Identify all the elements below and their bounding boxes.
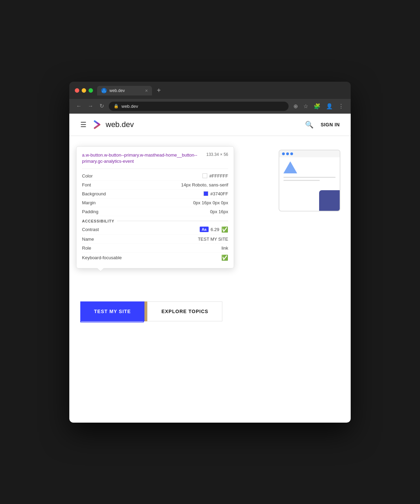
site-header: ☰ web.dev bbox=[69, 114, 351, 136]
name-label: Name bbox=[82, 237, 94, 242]
browser-mockup-illustration bbox=[279, 150, 340, 211]
maximize-button[interactable] bbox=[89, 88, 93, 93]
nav-icons: ⊕ ☆ 🧩 👤 ⋮ bbox=[292, 102, 345, 110]
margin-row: Margin 0px 16px 0px 0px bbox=[82, 198, 228, 207]
tab-close-icon[interactable]: × bbox=[145, 88, 148, 93]
logo-text: web.dev bbox=[106, 120, 134, 129]
color-row: Color #FFFFFF bbox=[82, 172, 228, 181]
browser-titlebar: web.dev × + bbox=[69, 82, 351, 99]
tooltip-properties: Color #FFFFFF Font 14px Roboto, sans-ser… bbox=[82, 169, 228, 263]
mockup-triangle-shape bbox=[283, 161, 297, 173]
mockup-dot-3 bbox=[290, 152, 293, 155]
contrast-aa-label: Aa bbox=[202, 227, 207, 231]
star-icon[interactable]: ☆ bbox=[302, 102, 310, 110]
sign-in-button[interactable]: SIGN IN bbox=[320, 122, 340, 127]
keyboard-label: Keyboard-focusable bbox=[82, 255, 122, 260]
mockup-body bbox=[279, 157, 340, 185]
contrast-number: 6.29 bbox=[211, 227, 219, 232]
tab-favicon-icon bbox=[101, 88, 107, 93]
browser-tab[interactable]: web.dev × bbox=[97, 86, 152, 95]
font-value: 14px Roboto, sans-serif bbox=[181, 182, 228, 187]
logo-chevron-icon bbox=[92, 119, 103, 130]
contrast-check-icon: ✅ bbox=[221, 226, 228, 233]
color-swatch-white bbox=[202, 173, 207, 178]
search-icon[interactable]: 🔍 bbox=[305, 121, 314, 129]
keyboard-check-icon: ✅ bbox=[221, 254, 228, 261]
browser-navbar: ← → ↻ 🔒 web.dev ⊕ ☆ 🧩 👤 ⋮ bbox=[69, 99, 351, 114]
keyboard-row: Keyboard-focusable ✅ bbox=[82, 253, 228, 263]
mockup-dot-1 bbox=[282, 152, 285, 155]
tab-title: web.dev bbox=[109, 88, 142, 93]
margin-value: 0px 16px 0px 0px bbox=[193, 200, 228, 205]
site-logo[interactable]: web.dev bbox=[92, 119, 134, 130]
color-hex: #FFFFFF bbox=[209, 173, 228, 179]
browser-window: web.dev × + ← → ↻ 🔒 web.dev ⊕ ☆ 🧩 👤 ⋮ ☰ bbox=[69, 82, 351, 423]
hero-section: re of your own nd analysis bbox=[69, 136, 351, 342]
traffic-lights bbox=[75, 88, 93, 93]
mockup-line-2 bbox=[283, 180, 320, 181]
role-value: link bbox=[221, 245, 228, 251]
mockup-lines bbox=[283, 177, 336, 181]
color-label: Color bbox=[82, 173, 93, 179]
element-dimensions: 133.34 × 56 bbox=[206, 152, 228, 157]
puzzle-icon[interactable]: 🧩 bbox=[312, 102, 322, 110]
contrast-row: Contrast Aa 6.29 ✅ bbox=[82, 225, 228, 235]
contrast-label: Contrast bbox=[82, 227, 99, 232]
header-left: ☰ web.dev bbox=[80, 119, 134, 130]
padding-value: 0px 16px bbox=[210, 209, 228, 214]
accessibility-section-label: ACCESSIBILITY bbox=[82, 216, 228, 225]
new-tab-button[interactable]: + bbox=[155, 87, 163, 94]
explore-topics-button[interactable]: EXPLORE TOPICS bbox=[147, 301, 222, 321]
back-button[interactable]: ← bbox=[75, 103, 83, 110]
test-my-site-button[interactable]: TEST MY SITE bbox=[80, 301, 144, 321]
background-row: Background #3740FF bbox=[82, 190, 228, 198]
mockup-dot-2 bbox=[286, 152, 289, 155]
tooltip-arrow bbox=[97, 268, 104, 272]
tooltip-header: a.w-button.w-button--primary.w-masthead-… bbox=[82, 152, 228, 164]
tab-bar: web.dev × + bbox=[97, 86, 345, 95]
close-button[interactable] bbox=[75, 88, 79, 93]
mockup-blue-shape bbox=[319, 190, 340, 211]
section-divider bbox=[117, 221, 228, 221]
background-label: Background bbox=[82, 191, 106, 196]
padding-label: Padding bbox=[82, 209, 98, 214]
page-content: ☰ web.dev bbox=[69, 114, 351, 423]
background-hex: #3740FF bbox=[210, 191, 228, 196]
keyboard-value: ✅ bbox=[221, 254, 228, 261]
role-row: Role link bbox=[82, 244, 228, 253]
font-label: Font bbox=[82, 182, 91, 187]
hamburger-menu-icon[interactable]: ☰ bbox=[80, 121, 86, 129]
forward-button[interactable]: → bbox=[86, 103, 95, 110]
url-display: web.dev bbox=[121, 104, 284, 109]
role-label: Role bbox=[82, 245, 91, 251]
name-value: TEST MY SITE bbox=[198, 237, 228, 242]
minimize-button[interactable] bbox=[82, 88, 86, 93]
margin-label: Margin bbox=[82, 200, 96, 205]
account-icon[interactable]: 👤 bbox=[325, 102, 334, 110]
contrast-value: Aa 6.29 ✅ bbox=[200, 226, 228, 233]
zoom-icon[interactable]: ⊕ bbox=[292, 102, 299, 110]
header-right: 🔍 SIGN IN bbox=[305, 121, 340, 129]
name-row: Name TEST MY SITE bbox=[82, 235, 228, 244]
color-value: #FFFFFF bbox=[202, 173, 228, 179]
more-options-icon[interactable]: ⋮ bbox=[337, 102, 345, 110]
color-swatch-blue bbox=[203, 191, 208, 196]
font-row: Font 14px Roboto, sans-serif bbox=[82, 181, 228, 190]
css-selector: a.w-button.w-button--primary.w-masthead-… bbox=[82, 152, 202, 164]
mockup-line-1 bbox=[283, 177, 336, 178]
contrast-badge: Aa bbox=[200, 227, 209, 232]
padding-row: Padding 0px 16px bbox=[82, 207, 228, 216]
accessibility-title: ACCESSIBILITY bbox=[82, 219, 114, 223]
address-bar[interactable]: 🔒 web.dev bbox=[109, 102, 289, 111]
background-value: #3740FF bbox=[203, 191, 228, 196]
mockup-titlebar bbox=[279, 150, 340, 157]
inspector-tooltip: a.w-button.w-button--primary.w-masthead-… bbox=[76, 146, 234, 268]
cta-section: TEST MY SITE EXPLORE TOPICS bbox=[80, 301, 222, 321]
reload-button[interactable]: ↻ bbox=[98, 103, 105, 110]
lock-icon: 🔒 bbox=[114, 104, 119, 108]
